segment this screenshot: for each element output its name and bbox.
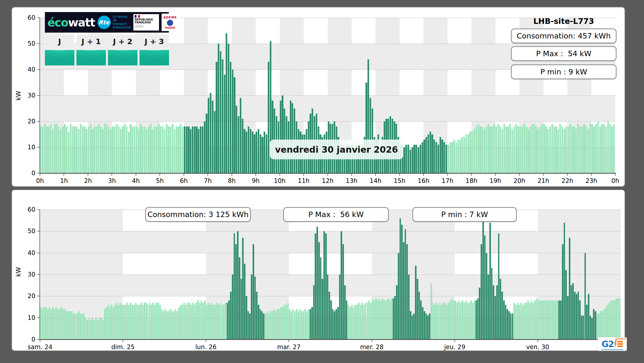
x-tick-label: 4h: [132, 177, 140, 184]
y-tick-label: 40: [27, 66, 35, 73]
x-tick: [567, 174, 568, 176]
x-tick-label: 21h: [538, 177, 549, 184]
y-tick: [37, 147, 39, 148]
x-tick-label: 22h: [561, 177, 573, 184]
x-tick-label: dim. 25: [111, 344, 135, 351]
week-pmin-stat: P min : 7 kW: [412, 207, 517, 222]
x-tick-label: mer. 28: [360, 344, 384, 351]
x-tick-label: mar. 27: [277, 344, 301, 351]
x-tick-label: 3h: [108, 177, 116, 184]
x-tick: [471, 174, 472, 176]
x-tick-label: jeu. 29: [444, 344, 465, 351]
ademe-logo: ADEME: [162, 14, 179, 31]
x-tick: [519, 174, 520, 176]
x-tick-label: 0h: [611, 177, 619, 184]
x-tick: [280, 174, 280, 176]
ecowatt-logo-watt: watt: [68, 16, 95, 29]
forecast-tile-label-1[interactable]: J + 1: [76, 34, 106, 49]
x-tick: [136, 174, 136, 176]
y-tick-label: 50: [27, 40, 35, 47]
forecast-tile-label-2[interactable]: J + 2: [108, 34, 137, 49]
y-tick-label: 60: [27, 14, 35, 21]
x-tick-label: ven. 30: [526, 344, 549, 351]
ecowatt-banner: écowatt Rte Le réseau de transport d'éle…: [45, 12, 169, 33]
x-tick: [372, 340, 372, 342]
x-tick-label: 5h: [156, 177, 164, 184]
week-chart-card: sam. 24dim. 25lun. 26mar. 27mer. 28jeu. …: [12, 190, 625, 351]
g2e-france-label: FRANCE: [616, 338, 626, 340]
x-tick-label: 7h: [204, 177, 212, 184]
forecast-tile-green-icon-2[interactable]: [108, 50, 137, 65]
x-tick-label: 15h: [394, 177, 405, 184]
day-chart-card: 0h1h2h3h4h5h6h7h8h9h10h11h12h13h14h15h16…: [12, 7, 625, 187]
x-tick: [495, 174, 496, 176]
week-y-axis-title: kW: [15, 267, 22, 277]
x-tick: [615, 174, 616, 176]
g2e-tagline-line: [601, 349, 623, 350]
x-tick-label: 19h: [490, 177, 501, 184]
x-tick: [160, 174, 160, 176]
y-tick: [37, 274, 39, 275]
x-tick-label: lun. 26: [195, 344, 216, 351]
rte-tagline: Le réseau de transport d'électricité: [113, 15, 131, 29]
y-tick: [37, 95, 39, 96]
y-tick: [37, 339, 39, 340]
x-tick: [328, 174, 328, 176]
y-axis-line: [39, 210, 40, 340]
ademe-label: ADEME: [163, 16, 177, 19]
day-consumption-stat: Consommation: 457 kWh: [511, 28, 617, 43]
x-tick-label: 20h: [513, 177, 525, 184]
y-tick: [37, 173, 39, 173]
forecast-tile-green-icon-1[interactable]: [76, 50, 106, 65]
ecowatt-logo-eco: éco: [47, 16, 68, 29]
y-tick-label: 60: [27, 206, 35, 213]
site-title: LHB-site-L773: [511, 17, 617, 26]
x-tick-label: 16h: [418, 177, 429, 184]
forecast-tile-green-icon-0[interactable]: [45, 50, 74, 65]
forecast-tile-label-3[interactable]: J + 3: [140, 34, 169, 49]
ecowatt-forecast-tiles: JJ + 1J + 2J + 3: [45, 34, 171, 65]
lightning-bolt-icon: [614, 340, 617, 348]
week-consumption-stat: Consommation: 3 125 kWh: [145, 207, 251, 222]
g2e-e-icon: [617, 341, 623, 347]
french-flag-icon: [135, 15, 140, 18]
g2e-france-logo: G2 FRANCE: [598, 337, 627, 351]
y-tick-label: 10: [27, 314, 35, 321]
y-tick-label: 0: [32, 170, 35, 177]
x-tick-label: sam. 24: [28, 344, 52, 351]
rte-logo: Rte Le réseau de transport d'électricité: [97, 15, 131, 29]
x-tick-label: 2h: [84, 177, 92, 184]
x-tick-label: 10h: [274, 177, 286, 184]
y-tick-label: 20: [27, 118, 35, 125]
x-tick: [255, 174, 256, 176]
x-axis-line: [40, 173, 616, 174]
x-tick: [454, 340, 455, 342]
y-tick: [37, 209, 39, 210]
x-tick: [40, 340, 40, 342]
x-tick-label: 14h: [370, 177, 382, 184]
x-tick: [447, 174, 448, 176]
x-tick: [543, 174, 544, 176]
y-tick-label: 40: [27, 249, 35, 257]
y-tick: [37, 296, 39, 296]
y-tick-label: 30: [27, 271, 35, 278]
y-tick: [37, 231, 39, 231]
day-pmax-stat: P Max : 54 kW: [511, 46, 617, 61]
x-tick: [538, 340, 538, 342]
x-tick: [64, 174, 64, 176]
y-tick: [37, 318, 39, 318]
forecast-tile-label-0[interactable]: J: [45, 34, 74, 49]
x-tick-label: 13h: [346, 177, 358, 184]
g2e-logo-text: G2: [601, 339, 614, 349]
x-tick-label: 1h: [60, 177, 68, 184]
x-tick-label: 23h: [586, 177, 597, 184]
y-tick: [37, 43, 39, 44]
forecast-tile-green-icon-3[interactable]: [140, 50, 169, 65]
x-tick: [375, 174, 376, 176]
ecowatt-logo: écowatt: [47, 16, 95, 29]
x-tick-label: 12h: [322, 177, 334, 184]
day-pmin-stat: P min : 9 kW: [511, 64, 617, 79]
y-tick: [37, 17, 39, 18]
week-pmax-stat: P Max : 56 kW: [283, 207, 389, 222]
x-tick: [351, 174, 352, 176]
